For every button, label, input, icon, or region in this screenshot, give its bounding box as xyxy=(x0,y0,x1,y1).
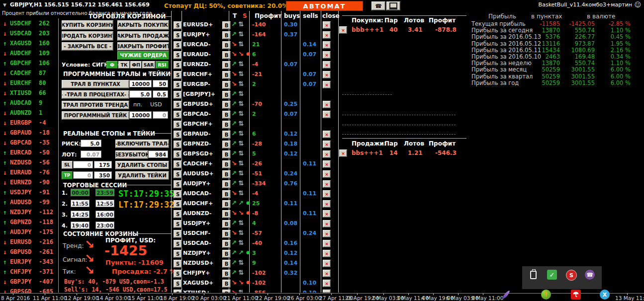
sell-pair-button[interactable]: S xyxy=(174,210,182,218)
buy-pair-button[interactable]: B xyxy=(222,91,231,99)
ranking-row[interactable]: ↓EURNZD-90 xyxy=(0,177,58,187)
ranking-row[interactable]: ↓CADCHF87 xyxy=(0,68,58,78)
ranking-row[interactable]: ↑GBPCHF106 xyxy=(0,58,58,68)
ranking-row[interactable]: ↑EURCAD-50 xyxy=(0,148,58,157)
sell-pair-button[interactable]: S xyxy=(174,141,182,149)
buy-pair-button[interactable]: B xyxy=(222,260,231,268)
close-buys-button[interactable]: ЗАКРЫТЬ ПОКУПКИ xyxy=(117,20,169,30)
sell-pair-button[interactable]: S xyxy=(174,260,182,268)
sell-pair-button[interactable]: S xyxy=(174,81,182,89)
sell-pair-button[interactable]: S xyxy=(174,250,182,258)
foreign-orders-button[interactable]: ЧУЖИЕ ОРДЕРА xyxy=(117,51,169,60)
usb-icon[interactable] xyxy=(528,270,538,280)
close-profit-button[interactable]: - -ЗАКРЫТЬ ПРОФИТ- - xyxy=(117,42,169,51)
close-pair-button[interactable]: × xyxy=(323,290,331,293)
close-pair-button[interactable]: × xyxy=(323,260,331,267)
sell-pair-button[interactable]: S xyxy=(174,190,182,198)
trail-percent-button[interactable]: - - -ТРАЛ В ПРОЦЕНТАХ- - - xyxy=(62,90,129,99)
buy-pair-button[interactable]: B xyxy=(222,121,231,129)
close-buy-group-button[interactable]: × xyxy=(339,26,347,34)
ranking-row[interactable]: ↓GBPJPY-407 xyxy=(0,277,58,287)
close-pair-button[interactable]: × xyxy=(323,131,331,138)
sell-pair-button[interactable]: S xyxy=(174,170,182,178)
close-pair-button[interactable]: × xyxy=(323,71,331,78)
buy-pair-button[interactable]: B xyxy=(222,101,231,109)
close-pair-button[interactable]: × xyxy=(323,150,331,158)
ranking-row[interactable]: ↓AUDNZD1 xyxy=(0,108,58,118)
trail-percent-step-field[interactable]: 0.5 xyxy=(153,90,168,98)
buy-pair-button[interactable]: B xyxy=(222,21,231,29)
buy-pair-button[interactable]: B xyxy=(222,51,231,59)
close-pair-button[interactable]: × xyxy=(323,21,331,29)
viber-icon[interactable]: ☎ xyxy=(585,270,595,280)
buy-pair-button[interactable]: B xyxy=(222,150,231,158)
signal-filter-тк[interactable]: ТК xyxy=(118,61,130,69)
phone-button[interactable]: ☎ xyxy=(371,1,385,10)
close-pair-button[interactable]: × xyxy=(323,190,331,198)
sell-pair-button[interactable]: S xyxy=(174,61,182,69)
ranking-row[interactable]: ↑XAGUSD160 xyxy=(0,38,58,48)
trail-counter-trend-button[interactable]: ТРАЛ ПРОТИВ ТРЕНДА xyxy=(62,101,129,109)
close-pair-button[interactable]: × xyxy=(323,170,331,178)
close-pair-button[interactable]: × xyxy=(323,180,331,188)
ranking-row[interactable]: ↑GBPNZD-118 xyxy=(0,217,58,227)
buy-pair-button[interactable]: B xyxy=(222,81,231,89)
close-pair-button[interactable]: × xyxy=(323,41,331,49)
buy-pair-button[interactable]: B xyxy=(222,141,231,149)
update-check-icon[interactable]: ✓ xyxy=(547,270,557,280)
sell-pair-button[interactable]: S xyxy=(174,121,182,129)
close-pair-button[interactable]: × xyxy=(323,250,331,257)
buy-pair-button[interactable]: B xyxy=(222,230,231,238)
buy-pair-button[interactable]: B xyxy=(222,190,231,198)
delete-stops-button[interactable]: УДАЛИТЬ СТОПЫ xyxy=(115,161,169,169)
ranking-row[interactable]: ↓EURGBP-4 xyxy=(0,118,58,128)
risk-field[interactable]: 5.0 xyxy=(81,140,101,147)
ranking-row[interactable]: ↑AUDUSD-99 xyxy=(0,197,58,207)
ranking-row[interactable]: ↑AUDJPY-175 xyxy=(0,227,58,237)
close-pair-button[interactable]: × xyxy=(323,200,331,208)
buy-pair-button[interactable]: B xyxy=(222,131,231,139)
sell-pair-button[interactable]: S xyxy=(174,160,182,168)
close-all-button[interactable]: - - - ЗАКРЫТЬ ВСЕ - - - xyxy=(62,42,113,51)
automat-button[interactable]: АВТОМАТ xyxy=(286,1,363,11)
close-pair-button[interactable]: × xyxy=(323,81,331,88)
trail-points-button[interactable]: ТРАЛ В ПУНКТАХ xyxy=(62,80,129,88)
sell-pair-button[interactable]: S xyxy=(174,91,182,99)
buy-pair-button[interactable]: B xyxy=(222,200,231,208)
breakeven-button[interactable]: БЕЗУБЫТОК xyxy=(115,150,148,159)
program-take-button[interactable]: ПРОГРАММНЫЙ ТЕЙК xyxy=(62,111,129,120)
close-sell-group-button[interactable]: × xyxy=(339,150,347,157)
sell-basket-button[interactable]: ПРОДАТЬ КОРЗИНУ xyxy=(62,31,113,41)
sell-pair-button[interactable]: S xyxy=(174,240,182,248)
ranking-row[interactable]: ↑CHFJPY-371 xyxy=(0,267,58,277)
ranking-row[interactable]: ↑EURJPY-343 xyxy=(0,257,58,267)
sl-points-field[interactable]: 175 xyxy=(94,161,112,168)
signal-filter-sar[interactable]: SAR xyxy=(142,61,155,69)
sell-pair-button[interactable]: S xyxy=(174,230,182,238)
program-take-step-field[interactable]: 0 xyxy=(153,111,168,119)
trail-points-value-field[interactable]: 10000 xyxy=(129,80,152,87)
close-pair-button[interactable]: × xyxy=(323,210,331,218)
buy-pair-button[interactable]: B xyxy=(222,270,231,278)
ranking-row[interactable]: ↓EURAUD-76 xyxy=(0,167,58,177)
buy-pair-button[interactable]: B xyxy=(222,220,231,228)
buy-basket-button[interactable]: КУПИТЬ КОРЗИНУ xyxy=(62,20,113,30)
sell-pair-button[interactable]: S xyxy=(174,41,182,49)
sl-value-field[interactable]: 0 xyxy=(73,161,93,168)
session-start-field[interactable]: 00:00 xyxy=(71,189,90,196)
buy-pair-button[interactable]: B xyxy=(222,31,231,39)
ranking-row[interactable]: ↓USDCHF262 xyxy=(0,18,58,28)
ranking-row[interactable]: ↓GBPAUD-18 xyxy=(0,128,58,138)
ranking-row[interactable]: ↓GBPCAD-35 xyxy=(0,138,58,148)
sell-pair-button[interactable]: S xyxy=(174,31,182,39)
buy-pair-button[interactable]: B xyxy=(222,180,231,188)
session-start-field[interactable]: 19:40 xyxy=(71,222,90,229)
program-take-value-field[interactable]: 10000 xyxy=(129,111,152,119)
buy-pair-button[interactable]: B xyxy=(222,170,231,178)
close-pair-button[interactable]: × xyxy=(323,111,331,118)
buy-pair-button[interactable]: B xyxy=(222,240,231,248)
trail-percent-value-field[interactable]: 5.0 xyxy=(129,90,152,98)
s-badge-icon[interactable]: S xyxy=(566,270,577,281)
monitor-button[interactable] xyxy=(386,1,400,10)
ranking-row[interactable]: ↓XTIUSD66 xyxy=(0,88,58,98)
